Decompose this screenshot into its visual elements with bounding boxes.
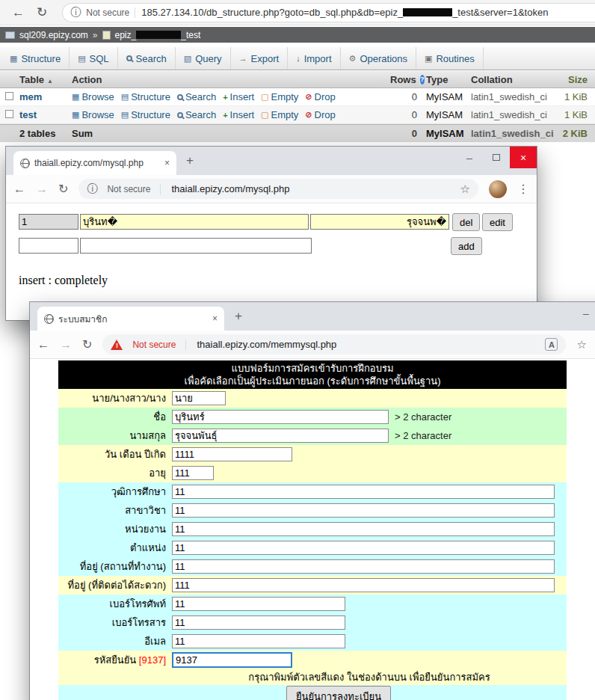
breadcrumb-separator: » bbox=[93, 30, 98, 40]
education-input[interactable] bbox=[172, 485, 555, 499]
member-popup-window: ระบบสมาชิก × + – × ← → ↻ ! Not secure th… bbox=[30, 302, 595, 700]
header-size: Size bbox=[552, 74, 591, 85]
forward-icon[interactable]: → bbox=[60, 338, 72, 351]
captcha-input[interactable] bbox=[172, 652, 292, 668]
tab-sql[interactable]: ▤SQL bbox=[70, 47, 117, 70]
browse-link[interactable]: ▦Browse bbox=[72, 109, 114, 120]
browser-tab[interactable]: ระบบสมาชิก × bbox=[37, 307, 224, 331]
profile-avatar[interactable] bbox=[489, 180, 507, 198]
tab-operations[interactable]: ⚙Operations bbox=[341, 47, 416, 70]
browser-toolbar: ← → ↻ ! Not secure thaiall.epizy.com/mem… bbox=[30, 331, 595, 359]
form-row: วุฒิการศึกษา bbox=[58, 482, 567, 501]
action-label: Insert bbox=[230, 109, 255, 120]
page-content: แบบฟอร์มการสมัครเข้ารับการฝึกอบรม เพื่อค… bbox=[30, 359, 595, 700]
drop-icon: ⊘ bbox=[305, 92, 312, 102]
tab-close-icon[interactable]: × bbox=[164, 158, 170, 168]
mysql-popup-window: thaiall.epizy.com/mysql.php × + – × ← → … bbox=[6, 147, 537, 320]
maximize-button[interactable] bbox=[483, 147, 510, 168]
back-icon[interactable]: ← bbox=[12, 5, 25, 20]
address-bar[interactable]: ! Not secure thaiall.epizy.com/memmysql.… bbox=[102, 334, 566, 354]
birthdate-input[interactable] bbox=[172, 447, 292, 461]
field-label: รหัสยืนยัน [9137] bbox=[58, 652, 172, 668]
surname-input[interactable] bbox=[310, 214, 449, 230]
tab-structure[interactable]: ▦Structure bbox=[1, 47, 70, 70]
tab-search[interactable]: Search bbox=[118, 47, 176, 70]
tab-query[interactable]: ▧Query bbox=[176, 47, 231, 70]
search-link[interactable]: Search bbox=[177, 91, 216, 102]
id-input[interactable] bbox=[19, 214, 78, 230]
email-input[interactable] bbox=[172, 634, 345, 648]
del-button[interactable]: del bbox=[452, 213, 480, 231]
header-table[interactable]: Table▲ bbox=[19, 74, 72, 85]
structure-link[interactable]: ▤Structure bbox=[121, 91, 170, 102]
empty-link[interactable]: ▢Empty bbox=[261, 91, 298, 102]
submit-button[interactable]: ยืนยันการลงทะเบียน bbox=[286, 686, 391, 700]
new-name-input[interactable] bbox=[80, 238, 312, 254]
new-id-input[interactable] bbox=[19, 238, 78, 254]
add-button[interactable]: add bbox=[451, 237, 482, 255]
tab-routines[interactable]: ▣Routines bbox=[416, 47, 484, 70]
tab-export[interactable]: →Export bbox=[231, 47, 289, 70]
first-name-input[interactable] bbox=[172, 410, 389, 424]
empty-link[interactable]: ▢Empty bbox=[261, 109, 298, 120]
last-name-input[interactable] bbox=[172, 429, 389, 443]
contact-address-input[interactable] bbox=[172, 578, 555, 592]
window-titlebar[interactable]: thaiall.epizy.com/mysql.php × + – × bbox=[6, 147, 537, 175]
bookmark-star-icon[interactable]: ☆ bbox=[460, 182, 470, 196]
insert-link[interactable]: +Insert bbox=[223, 109, 254, 120]
form-row: ที่อยู่ (สถานที่ทำงาน) bbox=[58, 557, 567, 576]
back-icon[interactable]: ← bbox=[13, 182, 25, 196]
minimize-button[interactable]: – bbox=[456, 147, 483, 168]
minimize-button[interactable]: – bbox=[573, 302, 595, 324]
major-input[interactable] bbox=[172, 503, 555, 518]
collation: latin1_swedish_ci bbox=[471, 91, 552, 102]
new-tab-button[interactable]: + bbox=[186, 153, 194, 168]
position-input[interactable] bbox=[172, 541, 555, 555]
insert-link[interactable]: +Insert bbox=[223, 91, 254, 102]
fax-input[interactable] bbox=[172, 615, 345, 630]
search-link[interactable]: Search bbox=[177, 109, 216, 120]
tab-label: Export bbox=[251, 53, 280, 64]
field-label: ที่อยู่ (สถานที่ทำงาน) bbox=[58, 559, 172, 574]
back-icon[interactable]: ← bbox=[37, 338, 49, 351]
row-checkbox[interactable] bbox=[5, 92, 13, 100]
refresh-icon[interactable]: ↻ bbox=[82, 337, 92, 351]
info-icon[interactable]: ⓘ bbox=[87, 182, 97, 196]
drop-link[interactable]: ⊘Drop bbox=[305, 91, 335, 102]
address-bar[interactable]: ⓘ Not secure thaiall.epizy.com/mysql.php… bbox=[78, 179, 478, 199]
age-input[interactable] bbox=[172, 466, 214, 480]
close-button[interactable]: × bbox=[510, 147, 537, 168]
forward-icon[interactable]: → bbox=[36, 182, 48, 196]
phone-input[interactable] bbox=[172, 597, 345, 611]
structure-link[interactable]: ▤Structure bbox=[121, 109, 170, 120]
pma-breadcrumb: sql209.epizy.com » epiz__test bbox=[0, 27, 595, 43]
edit-button[interactable]: edit bbox=[482, 213, 513, 231]
drop-link[interactable]: ⊘Drop bbox=[305, 109, 335, 120]
field-label: ที่อยู่ (ที่ติดต่อได้สะดวก) bbox=[58, 577, 172, 593]
organization-input[interactable] bbox=[172, 522, 555, 536]
breadcrumb-server[interactable]: sql209.epizy.com bbox=[19, 30, 88, 40]
browser-tab[interactable]: thaiall.epizy.com/mysql.php × bbox=[13, 151, 176, 175]
info-icon[interactable]: ⓘ bbox=[70, 6, 81, 19]
table-name-link[interactable]: test bbox=[19, 109, 72, 120]
tab-close-icon[interactable]: × bbox=[212, 313, 218, 324]
refresh-icon[interactable]: ↻ bbox=[58, 182, 68, 196]
char-hint: > 2 character bbox=[395, 430, 451, 441]
window-titlebar[interactable]: ระบบสมาชิก × + – × bbox=[30, 302, 595, 331]
name-input[interactable] bbox=[80, 214, 309, 230]
new-tab-button[interactable]: + bbox=[235, 309, 242, 324]
table-name-link[interactable]: mem bbox=[19, 91, 72, 102]
breadcrumb-database[interactable]: epiz__test bbox=[115, 30, 201, 40]
translate-icon[interactable]: A bbox=[545, 338, 558, 351]
row-checkbox[interactable] bbox=[5, 110, 13, 118]
menu-icon[interactable]: ⋮ bbox=[517, 182, 529, 196]
refresh-icon[interactable]: ↻ bbox=[37, 4, 47, 20]
title-input[interactable] bbox=[172, 391, 226, 405]
browse-link[interactable]: ▦Browse bbox=[72, 91, 114, 102]
help-icon[interactable]: ? bbox=[420, 75, 425, 85]
work-address-input[interactable] bbox=[172, 559, 555, 574]
form-title-line2: เพื่อคัดเลือกเป็นผู้ประเมินภายนอก (ระดับ… bbox=[58, 375, 567, 387]
bookmark-star-icon[interactable]: ☆ bbox=[576, 338, 586, 351]
tab-import[interactable]: ↓Import bbox=[288, 47, 340, 70]
address-bar[interactable]: ⓘ Not secure 185.27.134.10/db_structure.… bbox=[62, 3, 595, 22]
